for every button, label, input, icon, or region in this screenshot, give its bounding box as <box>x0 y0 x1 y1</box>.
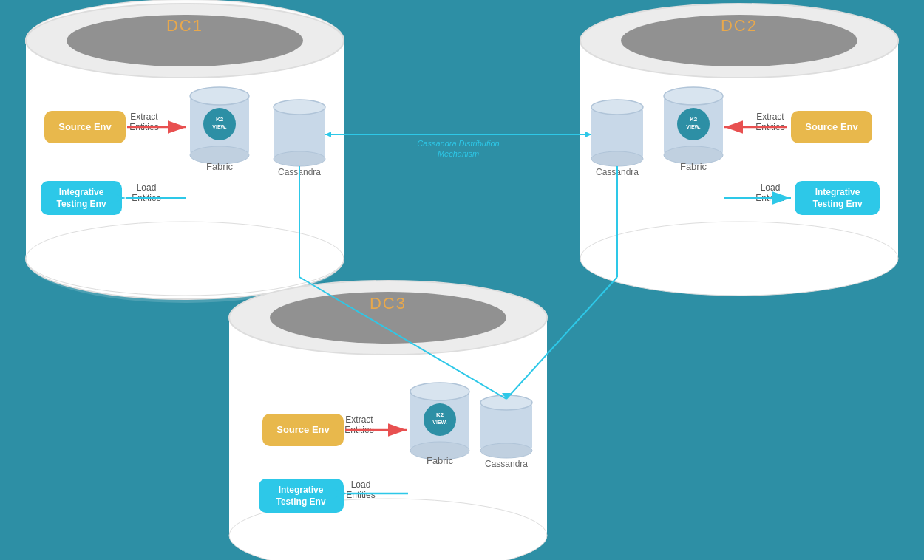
svg-text:Testing Env: Testing Env <box>56 199 106 209</box>
svg-text:VIEW.: VIEW. <box>212 124 227 129</box>
svg-text:Load: Load <box>761 182 781 193</box>
svg-point-14 <box>229 281 547 355</box>
svg-point-72 <box>424 403 456 436</box>
svg-line-92 <box>506 277 617 399</box>
svg-text:Entities: Entities <box>755 122 784 132</box>
svg-point-28 <box>274 100 325 115</box>
svg-point-21 <box>190 87 249 105</box>
svg-text:Entities: Entities <box>129 122 158 132</box>
svg-point-22 <box>190 146 249 164</box>
svg-point-71 <box>410 442 469 460</box>
svg-text:Source Env: Source Env <box>58 121 112 132</box>
svg-text:VIEW.: VIEW. <box>686 124 701 129</box>
svg-text:Fabric: Fabric <box>427 455 454 466</box>
svg-point-29 <box>274 151 325 166</box>
svg-rect-5 <box>26 41 344 259</box>
svg-point-3 <box>26 0 344 81</box>
svg-text:Load: Load <box>351 479 371 490</box>
svg-rect-31 <box>44 111 126 143</box>
svg-text:VIEW.: VIEW. <box>432 420 447 425</box>
svg-text:Entities: Entities <box>346 490 375 500</box>
svg-point-15 <box>270 292 506 344</box>
svg-rect-80 <box>259 479 344 513</box>
svg-rect-1 <box>26 41 344 259</box>
svg-point-8 <box>26 222 344 296</box>
svg-point-2 <box>26 0 344 81</box>
svg-text:Mechanism: Mechanism <box>438 149 479 158</box>
svg-rect-20 <box>190 96 249 155</box>
svg-point-44 <box>591 151 643 166</box>
svg-rect-69 <box>410 392 469 451</box>
svg-text:Cassandra: Cassandra <box>596 167 639 177</box>
svg-rect-58 <box>795 181 880 215</box>
svg-text:Source Env: Source Env <box>805 121 858 132</box>
svg-text:Testing Env: Testing Env <box>276 496 325 507</box>
svg-text:Entities: Entities <box>132 193 160 203</box>
svg-point-0 <box>26 214 344 303</box>
svg-text:K2: K2 <box>436 412 444 418</box>
svg-line-90 <box>299 277 506 399</box>
svg-text:Testing Env: Testing Env <box>812 199 862 209</box>
svg-point-10 <box>580 4 898 78</box>
svg-rect-27 <box>274 107 325 159</box>
arrows-overlay: DC1 DC2 DC3 K2 VIEW. Fabric Cassandra So… <box>0 0 924 560</box>
svg-rect-53 <box>791 111 872 143</box>
svg-text:Fabric: Fabric <box>680 161 707 172</box>
svg-text:Cassandra Distribution: Cassandra Distribution <box>417 139 499 148</box>
svg-text:K2: K2 <box>690 116 698 123</box>
svg-point-6 <box>26 4 344 78</box>
svg-text:Entities: Entities <box>755 193 784 203</box>
svg-marker-88 <box>325 132 331 137</box>
svg-point-12 <box>580 222 898 296</box>
svg-text:DC1: DC1 <box>166 16 203 35</box>
svg-text:Integrative: Integrative <box>279 485 324 495</box>
svg-rect-46 <box>664 96 723 155</box>
svg-rect-9 <box>580 41 898 259</box>
svg-text:Extract: Extract <box>130 112 158 122</box>
svg-point-11 <box>621 15 857 66</box>
svg-rect-13 <box>229 318 547 536</box>
svg-text:DC2: DC2 <box>721 16 758 35</box>
svg-point-16 <box>229 499 547 560</box>
svg-point-23 <box>203 108 236 140</box>
svg-text:Fabric: Fabric <box>206 161 234 172</box>
svg-point-7 <box>67 15 303 66</box>
svg-point-48 <box>664 146 723 164</box>
svg-text:Cassandra: Cassandra <box>278 167 321 177</box>
svg-text:Extract: Extract <box>756 112 784 122</box>
svg-marker-93 <box>502 393 511 399</box>
svg-rect-42 <box>591 107 643 159</box>
svg-text:Cassandra: Cassandra <box>485 459 528 469</box>
svg-rect-76 <box>480 403 532 451</box>
svg-rect-64 <box>262 414 344 446</box>
svg-text:DC3: DC3 <box>370 294 407 313</box>
svg-point-78 <box>480 443 532 458</box>
svg-point-77 <box>480 395 532 410</box>
svg-point-49 <box>677 108 710 140</box>
svg-marker-87 <box>585 132 591 137</box>
svg-text:Load: Load <box>137 182 157 193</box>
svg-text:Source Env: Source Env <box>276 424 330 435</box>
svg-text:Integrative: Integrative <box>59 187 104 197</box>
svg-point-43 <box>591 100 643 115</box>
svg-text:Integrative: Integrative <box>815 187 860 197</box>
diagram-container: DC1 DC2 DC3 K2 VIEW. Fabric Cassandra So… <box>0 0 924 560</box>
svg-point-47 <box>664 87 723 105</box>
svg-point-4 <box>26 218 344 299</box>
svg-text:Entities: Entities <box>344 425 373 435</box>
svg-text:K2: K2 <box>216 116 224 123</box>
svg-rect-36 <box>41 181 122 215</box>
svg-point-70 <box>410 383 469 400</box>
svg-text:Extract: Extract <box>345 414 373 425</box>
